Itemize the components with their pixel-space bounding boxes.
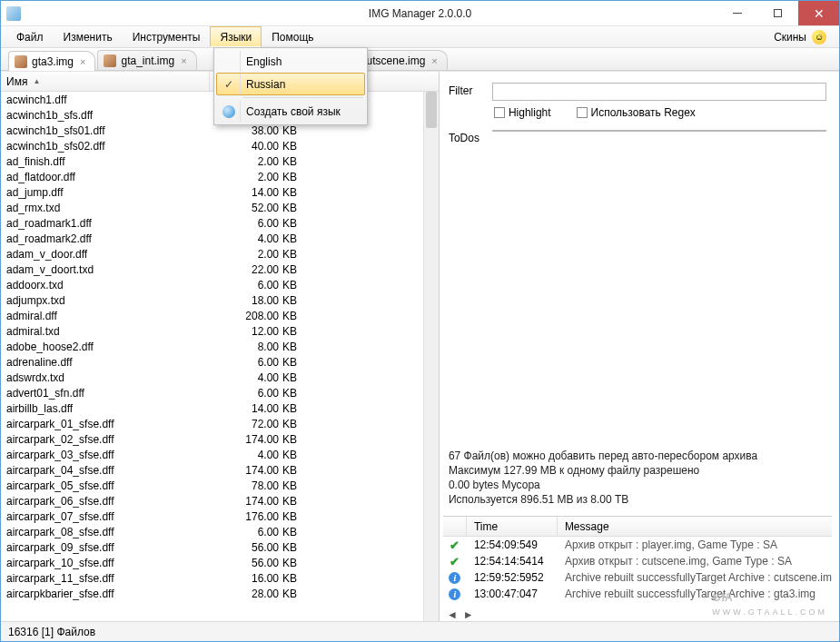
file-row[interactable]: adam_v_door.dff2.00 KB — [1, 246, 439, 262]
vertical-scrollbar[interactable] — [423, 92, 439, 621]
file-row[interactable]: acwinch1b_sfs02.dff40.00 KB — [1, 138, 439, 153]
log-row[interactable]: i13:00:47:047Archive rebuilt successfull… — [443, 586, 832, 602]
file-row[interactable]: ad_rmx.txd52.00 KB — [1, 200, 439, 215]
tab-gta3[interactable]: gta3.img × — [8, 51, 95, 71]
status-text: 16316 [1] Файлов — [8, 626, 95, 638]
minimize-button[interactable] — [716, 1, 757, 25]
file-row[interactable]: aircarpark_06_sfse.dff174.00 KB — [1, 493, 439, 509]
file-row[interactable]: aircarpark_01_sfse.dff72.00 KB — [1, 416, 439, 431]
file-row[interactable]: adrenaline.dff6.00 KB — [1, 354, 439, 370]
log-time: 12:54:14:5414 — [467, 555, 558, 568]
tab-label: gta3.img — [32, 55, 74, 68]
file-row[interactable]: aircarpark_03_sfse.dff4.00 KB — [1, 447, 439, 462]
file-row[interactable]: admiral.txd12.00 KB — [1, 323, 439, 339]
file-unit: KB — [279, 464, 297, 477]
highlight-label: Highlight — [509, 106, 551, 119]
file-row[interactable]: aircarpark_07_sfse.dff176.00 KB — [1, 509, 439, 524]
separator — [243, 97, 363, 98]
file-unit: KB — [279, 279, 297, 291]
file-size: 14.00 — [210, 186, 279, 199]
todos-label: ToDos — [449, 130, 492, 144]
close-button[interactable]: ✕ — [798, 1, 839, 25]
skins-label: Скины — [774, 31, 806, 44]
file-row[interactable]: ad_finish.dff2.00 KB — [1, 153, 439, 169]
lang-create[interactable]: Создать свой язык — [216, 100, 365, 123]
tab-cutscene[interactable]: cutscene.img × — [355, 50, 448, 70]
file-name: aircarpark_07_sfse.dff — [1, 510, 210, 523]
file-row[interactable]: aircarpark_05_sfse.dff78.00 KB — [1, 478, 439, 493]
file-name: ad_jump.dff — [1, 186, 210, 199]
info-line: Максимум 127.99 MB к одному файлу разреш… — [449, 463, 826, 478]
menu-file[interactable]: Файл — [6, 26, 54, 47]
regex-checkbox[interactable]: Использовать Regex — [577, 106, 696, 119]
file-row[interactable]: aircarpark_11_sfse.dff16.00 KB — [1, 570, 439, 586]
maximize-button[interactable] — [757, 1, 798, 25]
log-column-message[interactable]: Message — [558, 517, 832, 536]
log-header: Time Message — [443, 517, 832, 537]
file-row[interactable]: admiral.dff208.00 KB — [1, 308, 439, 323]
file-row[interactable]: aircarpark_02_sfse.dff174.00 KB — [1, 431, 439, 447]
tab-gta-int[interactable]: gta_int.img × — [97, 50, 196, 70]
log-nav[interactable]: ◄ ► — [447, 608, 474, 621]
file-row[interactable]: advert01_sfn.dff6.00 KB — [1, 385, 439, 400]
lang-english[interactable]: English — [216, 50, 365, 73]
file-list[interactable]: acwinch1.dffacwinch1b_sfs.dff42.00 KBacw… — [1, 92, 439, 621]
file-row[interactable]: airbillb_las.dff14.00 KB — [1, 400, 439, 416]
file-row[interactable]: adswrdx.txd4.00 KB — [1, 370, 439, 385]
file-unit: KB — [279, 124, 297, 137]
filter-label: Filter — [449, 83, 492, 97]
file-row[interactable]: ad_flatdoor.dff2.00 KB — [1, 169, 439, 184]
log-time: 12:59:52:5952 — [467, 571, 558, 584]
log-row[interactable]: ✔12:54:09:549Архив открыт : player.img, … — [443, 537, 832, 553]
log-row[interactable]: ✔12:54:14:5414Архив открыт : cutscene.im… — [443, 553, 832, 569]
highlight-checkbox[interactable]: Highlight — [494, 106, 551, 119]
menu-languages[interactable]: Языки — [210, 26, 262, 47]
close-icon[interactable]: × — [431, 55, 437, 66]
column-name[interactable]: Имя ▲ — [1, 72, 210, 91]
archive-icon — [15, 55, 27, 68]
log-rows[interactable]: ✔12:54:09:549Архив открыт : player.img, … — [443, 537, 832, 621]
file-name: acwinch1b_sfs.dff — [1, 109, 210, 122]
close-icon[interactable]: × — [80, 56, 85, 67]
file-row[interactable]: aircarpark_08_sfse.dff6.00 KB — [1, 524, 439, 539]
file-unit: KB — [279, 402, 297, 415]
filter-input[interactable] — [492, 83, 826, 101]
file-name: aircarpark_10_sfse.dff — [1, 557, 210, 569]
log-row[interactable]: i12:59:52:5952Archive rebuilt successful… — [443, 569, 832, 586]
file-row[interactable]: aircarpkbarier_sfse.dff28.00 KB — [1, 586, 439, 601]
file-row[interactable]: aircarpark_10_sfse.dff56.00 KB — [1, 555, 439, 570]
file-name: adam_v_door.dff — [1, 248, 210, 261]
log-column-time[interactable]: Time — [467, 517, 558, 536]
chevron-right-icon[interactable]: ► — [463, 608, 474, 621]
file-row[interactable]: adjumpx.txd18.00 KB — [1, 292, 439, 308]
close-icon[interactable]: × — [181, 55, 186, 66]
file-unit: KB — [279, 294, 297, 307]
file-name: acwinch1b_sfs02.dff — [1, 140, 210, 153]
file-unit: KB — [279, 310, 297, 322]
file-size: 4.00 — [210, 232, 279, 245]
file-row[interactable]: adobe_hoose2.dff8.00 KB — [1, 339, 439, 354]
titlebar: IMG Manager 2.0.0.0 ✕ — [1, 1, 839, 26]
file-name: advert01_sfn.dff — [1, 387, 210, 400]
chevron-left-icon[interactable]: ◄ — [447, 608, 458, 621]
menu-help[interactable]: Помощь — [262, 26, 323, 47]
file-size: 174.00 — [210, 464, 279, 477]
menu-edit[interactable]: Изменить — [54, 26, 123, 47]
file-unit: KB — [279, 495, 297, 508]
file-row[interactable]: aircarpark_04_sfse.dff174.00 KB — [1, 462, 439, 478]
file-name: ad_roadmark1.dff — [1, 217, 210, 230]
file-name: admiral.txd — [1, 325, 210, 338]
checkbox-icon — [577, 107, 588, 118]
file-unit: KB — [279, 217, 297, 230]
file-row[interactable]: addoorx.txd6.00 KB — [1, 277, 439, 292]
menu-tools[interactable]: Инструменты — [123, 26, 211, 47]
file-row[interactable]: adam_v_doort.txd22.00 KB — [1, 262, 439, 277]
file-row[interactable]: ad_roadmark1.dff6.00 KB — [1, 215, 439, 231]
file-row[interactable]: ad_jump.dff14.00 KB — [1, 184, 439, 200]
file-row[interactable]: aircarpark_09_sfse.dff56.00 KB — [1, 539, 439, 555]
file-row[interactable]: ad_roadmark2.dff4.00 KB — [1, 231, 439, 246]
menu-skins[interactable]: Скины ☺ — [766, 26, 834, 47]
lang-russian[interactable]: ✓ Russian — [216, 73, 365, 95]
todos-input[interactable] — [492, 130, 826, 132]
scrollbar-thumb[interactable] — [426, 92, 437, 128]
